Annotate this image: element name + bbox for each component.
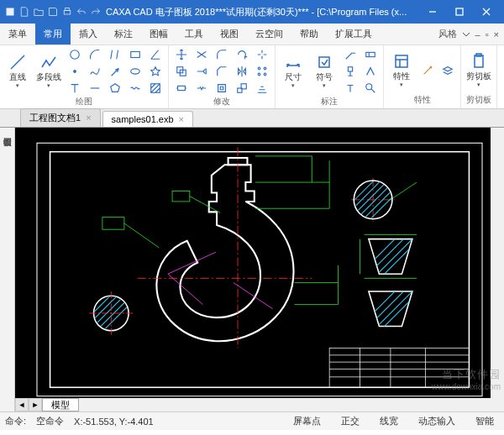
wave-icon[interactable] [126,81,144,96]
ellipse-icon[interactable] [126,64,144,79]
line-button[interactable]: 直线▾ [3,52,32,91]
svg-point-11 [258,67,260,70]
menu-frame[interactable]: 图幅 [141,24,176,45]
ribbon-group-prop: 特性▾ 特性 [384,45,461,108]
svg-rect-23 [475,55,483,67]
style-button[interactable]: 风格 [438,28,457,40]
parallel-icon[interactable] [106,47,124,62]
fillet-icon[interactable] [213,47,231,62]
doc-tab-1[interactable]: samples01.exb× [102,111,193,127]
ribbon-label-prop: 特性 [387,94,457,108]
point-icon[interactable] [66,64,84,79]
mdi-close[interactable]: × [494,29,499,39]
circle-icon[interactable] [66,47,84,62]
dimension-button[interactable]: 尺寸▾ [279,52,307,91]
mdi-restore[interactable]: ▫ [486,29,489,39]
close-icon[interactable]: × [179,114,184,124]
print-icon[interactable] [62,7,72,17]
svg-line-66 [358,187,402,231]
mdi-min[interactable]: – [475,29,480,39]
status-lineweight[interactable]: 线宽 [375,415,403,427]
maximize-button[interactable] [447,3,472,20]
menu-common[interactable]: 常用 [35,24,71,45]
command-label: 命令: [5,415,26,427]
angle-icon[interactable] [146,47,165,62]
scroll-right-button[interactable]: ► [29,398,42,411]
status-dyninput[interactable]: 动态输入 [413,415,460,427]
status-screenpt[interactable]: 屏幕点 [288,415,326,427]
tolerance-icon[interactable] [361,47,380,62]
balloon-icon[interactable] [361,81,380,96]
chevron-down-icon[interactable] [462,30,470,39]
menu-help[interactable]: 帮助 [291,24,327,45]
symbol-button[interactable]: 符号▾ [310,52,339,91]
svg-rect-15 [178,86,186,90]
spline-icon[interactable] [86,64,104,79]
offset-icon[interactable] [213,81,231,96]
close-button[interactable] [474,3,499,20]
leader-icon[interactable] [341,47,360,62]
cad-canvas[interactable] [15,128,504,411]
copy-icon[interactable] [172,64,191,79]
menu-view[interactable]: 视图 [212,24,247,45]
array-icon[interactable] [253,64,271,79]
vertical-scrollbar[interactable] [491,128,504,398]
mirror-icon[interactable] [233,64,251,79]
rotate-icon[interactable] [233,47,251,62]
open-icon[interactable] [34,7,44,17]
properties-button[interactable]: 特性▾ [387,51,416,90]
undo-icon[interactable] [76,7,87,17]
datum-icon[interactable] [341,64,360,79]
hscroll-track[interactable] [79,398,504,411]
status-ortho[interactable]: 正交 [336,415,365,427]
quick-access-toolbar [5,7,101,17]
svg-point-21 [366,84,372,90]
layer-icon[interactable] [438,63,457,78]
text2-icon[interactable] [341,81,360,96]
doc-tab-0[interactable]: 工程图文档1× [20,108,101,127]
clipboard-button[interactable]: 剪切板▾ [465,51,493,90]
match-icon[interactable] [418,63,437,78]
break-icon[interactable] [192,81,211,96]
surface-icon[interactable] [361,64,380,79]
arc-icon[interactable] [86,47,104,62]
menu-tools[interactable]: 工具 [176,24,212,45]
window-title: CAXA CAD 电子图板 2018***试用期(还剩30天)*** - [C:… [106,6,420,18]
polyline-button[interactable]: 多段线▾ [34,52,63,91]
model-tab[interactable]: 模型 [42,398,79,411]
polygon-icon[interactable] [106,81,124,96]
rect-icon[interactable] [126,47,144,62]
redo-icon[interactable] [91,7,101,17]
explode-icon[interactable] [253,47,271,62]
menu-main[interactable]: 菜单 [0,24,35,45]
stretch-icon[interactable] [172,81,191,96]
star-icon[interactable] [146,64,165,79]
chamfer-icon[interactable] [213,64,231,79]
svg-rect-20 [348,67,352,71]
menu-annotate[interactable]: 标注 [106,24,141,45]
perp-icon[interactable] [106,64,124,79]
ribbon: 直线▾ 多段线▾ [0,45,504,109]
side-tab-frame[interactable]: 图幅设置 [1,131,13,408]
annot-tools-grid [341,47,380,96]
scale-icon[interactable] [233,81,251,96]
close-icon[interactable]: × [86,113,91,123]
svg-line-73 [97,294,140,338]
menu-insert[interactable]: 插入 [71,24,106,45]
hline-icon[interactable] [86,81,104,96]
svg-rect-0 [7,8,14,16]
scroll-left-button[interactable]: ◄ [15,398,29,411]
status-smart[interactable]: 智能 [470,415,499,427]
ribbon-group-annot: 尺寸▾ 符号▾ 标注 [276,45,384,108]
text-icon[interactable] [66,81,84,96]
new-icon[interactable] [19,7,29,17]
menu-ext[interactable]: 扩展工具 [327,24,381,45]
menu-cloud[interactable]: 云空间 [247,24,291,45]
hatch-icon[interactable] [146,81,165,96]
trim-icon[interactable] [192,47,211,62]
move-icon[interactable] [172,47,191,62]
minimize-button[interactable] [420,3,445,20]
save-icon[interactable] [48,7,58,17]
align-icon[interactable] [253,81,271,96]
extend-icon[interactable] [192,64,211,79]
